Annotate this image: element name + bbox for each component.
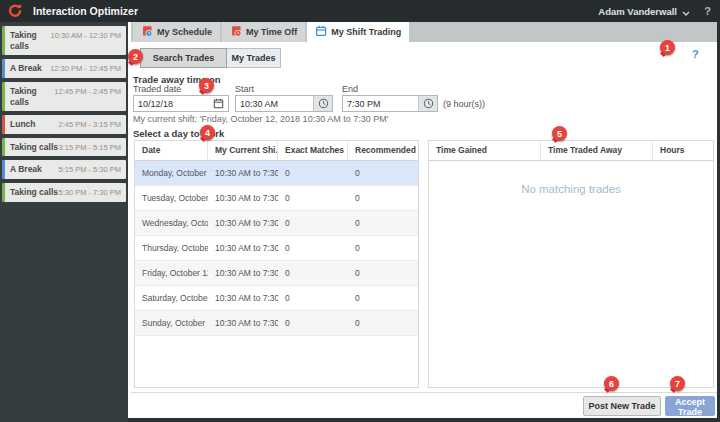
- traded-date-input[interactable]: [134, 96, 209, 111]
- schedule-item[interactable]: Taking calls 10:30 AM - 12:30 PM: [2, 26, 126, 55]
- cell-shift: 10:30 AM to 7:30 PM: [208, 286, 278, 310]
- day-table-body: Monday, October 8, 2018 10:30 AM to 7:30…: [135, 161, 418, 336]
- select-day-section-label: Select a day to work: [133, 128, 224, 139]
- cell-date: Monday, October 8, 2018: [135, 161, 208, 185]
- app-window: Interaction Optimizer Adam Vanderwall ? …: [0, 0, 720, 422]
- tab-my-schedule[interactable]: My Schedule: [133, 22, 220, 42]
- column-header[interactable]: Date: [135, 141, 208, 160]
- cell-recommended: 0: [348, 311, 419, 335]
- cell-date: Thursday, October 11, 2018: [135, 236, 208, 260]
- header-bar: Interaction Optimizer Adam Vanderwall ?: [0, 0, 720, 22]
- day-table-header: DateMy Current Shi...Exact MatchesRecomm…: [135, 141, 418, 161]
- table-row[interactable]: Tuesday, October 9, 2018 10:30 AM to 7:3…: [135, 186, 418, 211]
- tab-label: My Time Off: [246, 27, 297, 37]
- cell-shift: 10:30 AM to 7:30 PM: [208, 186, 278, 210]
- cell-shift: 10:30 AM to 7:30 PM: [208, 311, 278, 335]
- matches-table: Time GainedTime Traded AwayHours No matc…: [428, 140, 714, 388]
- column-header[interactable]: Time Traded Away: [541, 141, 653, 160]
- table-row[interactable]: Sunday, October 14, 2018 10:30 AM to 7:3…: [135, 311, 418, 336]
- schedule-item-time: 5:30 PM - 7:30 PM: [58, 188, 121, 197]
- main-panel: My Schedule My Time Off: [128, 22, 717, 418]
- schedule-item[interactable]: A Break 5:15 PM - 5:30 PM: [2, 160, 126, 179]
- cell-shift: 10:30 AM to 7:30 PM: [208, 236, 278, 260]
- cell-date: Saturday, October 13, 2018: [135, 286, 208, 310]
- start-time-input[interactable]: [236, 96, 313, 111]
- schedule-sidebar: Taking calls 10:30 AM - 12:30 PM A Break…: [0, 22, 128, 422]
- schedule-item[interactable]: A Break 12:30 PM - 12:45 PM: [2, 59, 126, 78]
- schedule-item-label: A Break: [10, 164, 42, 175]
- cell-recommended: 0: [348, 161, 419, 185]
- tab-label: My Schedule: [157, 27, 212, 37]
- cell-exact-matches: 0: [278, 311, 348, 335]
- accept-trade-button[interactable]: Accept Trade: [665, 396, 715, 416]
- column-header[interactable]: My Current Shi...: [208, 141, 278, 160]
- cell-date: Friday, October 12, 2018: [135, 261, 208, 285]
- clock-icon[interactable]: [418, 96, 437, 111]
- table-row[interactable]: Friday, October 12, 2018 10:30 AM to 7:3…: [135, 261, 418, 286]
- table-row[interactable]: Thursday, October 11, 2018 10:30 AM to 7…: [135, 236, 418, 261]
- column-header[interactable]: Exact Matches: [278, 141, 348, 160]
- start-label: Start: [235, 84, 254, 94]
- column-header[interactable]: Hours: [653, 141, 714, 160]
- matches-table-header: Time GainedTime Traded AwayHours: [429, 141, 713, 161]
- cell-shift: 10:30 AM to 7:30 PM: [208, 161, 278, 185]
- column-header[interactable]: Time Gained: [429, 141, 541, 160]
- cell-recommended: 0: [348, 286, 419, 310]
- cell-exact-matches: 0: [278, 186, 348, 210]
- schedule-icon: [141, 25, 153, 39]
- cell-exact-matches: 0: [278, 286, 348, 310]
- cell-date: Sunday, October 14, 2018: [135, 311, 208, 335]
- column-header[interactable]: Recommended ...: [348, 141, 419, 160]
- schedule-item-time: 3:15 PM - 5:15 PM: [58, 143, 121, 152]
- schedule-item[interactable]: Lunch 2:45 PM - 3:15 PM: [2, 115, 126, 134]
- cell-date: Wednesday, October 10, 2018: [135, 211, 208, 235]
- end-time-field-group: [342, 95, 438, 112]
- cell-recommended: 0: [348, 186, 419, 210]
- schedule-item-time: 12:30 PM - 12:45 PM: [50, 64, 121, 73]
- cell-recommended: 0: [348, 236, 419, 260]
- chevron-down-icon: [682, 2, 690, 20]
- day-table: DateMy Current Shi...Exact MatchesRecomm…: [134, 140, 419, 388]
- tab-my-time-off[interactable]: My Time Off: [222, 22, 305, 42]
- traded-date-label: Traded date: [133, 84, 181, 94]
- cell-exact-matches: 0: [278, 161, 348, 185]
- cell-recommended: 0: [348, 261, 419, 285]
- tab-label: My Shift Trading: [331, 27, 401, 37]
- schedule-item-time: 10:30 AM - 12:30 PM: [51, 31, 121, 40]
- table-row[interactable]: Wednesday, October 10, 2018 10:30 AM to …: [135, 211, 418, 236]
- header-help-icon[interactable]: ?: [704, 0, 711, 22]
- table-row[interactable]: Saturday, October 13, 2018 10:30 AM to 7…: [135, 286, 418, 311]
- current-shift-note: My current shift: 'Friday, October 12, 2…: [133, 114, 388, 124]
- shift-trading-icon: [315, 25, 327, 39]
- subtab-search-trades[interactable]: Search Trades: [140, 48, 227, 68]
- genesys-logo-icon: [7, 3, 23, 23]
- user-menu[interactable]: Adam Vanderwall: [598, 0, 690, 22]
- cell-exact-matches: 0: [278, 236, 348, 260]
- clock-icon[interactable]: [313, 96, 332, 111]
- schedule-item-time: 12:45 PM - 2:45 PM: [54, 87, 121, 96]
- empty-message: No matching trades: [429, 161, 713, 195]
- subtab-my-trades[interactable]: My Trades: [226, 48, 281, 68]
- user-name: Adam Vanderwall: [598, 6, 677, 17]
- start-time-field-group: [235, 95, 333, 112]
- cell-exact-matches: 0: [278, 261, 348, 285]
- cell-date: Tuesday, October 9, 2018: [135, 186, 208, 210]
- post-new-trade-button[interactable]: Post New Trade: [583, 396, 661, 416]
- cell-exact-matches: 0: [278, 211, 348, 235]
- help-icon[interactable]: ?: [692, 48, 699, 60]
- schedule-item-time: 5:15 PM - 5:30 PM: [58, 165, 121, 174]
- tab-my-shift-trading[interactable]: My Shift Trading: [307, 22, 409, 42]
- schedule-item[interactable]: Taking calls 3:15 PM - 5:15 PM: [2, 138, 126, 157]
- end-label: End: [342, 84, 358, 94]
- end-time-input[interactable]: [343, 96, 418, 111]
- schedule-item-label: A Break: [10, 63, 42, 74]
- cell-recommended: 0: [348, 211, 419, 235]
- duration-note: (9 hour(s)): [443, 99, 485, 109]
- schedule-item-label: Taking calls: [10, 187, 58, 198]
- schedule-item-label: Lunch: [10, 119, 36, 130]
- schedule-item[interactable]: Taking calls 12:45 PM - 2:45 PM: [2, 82, 126, 111]
- table-row[interactable]: Monday, October 8, 2018 10:30 AM to 7:30…: [135, 161, 418, 186]
- cell-shift: 10:30 AM to 7:30 PM: [208, 211, 278, 235]
- calendar-icon[interactable]: [209, 96, 228, 111]
- schedule-item[interactable]: Taking calls 5:30 PM - 7:30 PM: [2, 183, 126, 202]
